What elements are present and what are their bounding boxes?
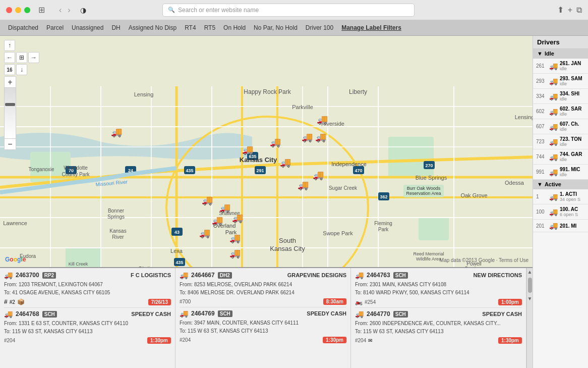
pan-down-button[interactable]: ↓: [16, 64, 27, 75]
truck-marker-6[interactable]: 🚚: [315, 132, 326, 143]
truck-marker-12[interactable]: 🚚: [212, 215, 223, 226]
share-button[interactable]: ⬆: [557, 5, 564, 15]
svg-text:470: 470: [355, 168, 362, 173]
truck-marker-7[interactable]: 🚚: [280, 157, 291, 168]
tab-dispatched[interactable]: Dispatched: [6, 23, 40, 32]
truck-marker-10[interactable]: 🚚: [202, 195, 213, 206]
driver-item-1[interactable]: 1 🚚 1. ACTI 34 open S: [533, 189, 588, 204]
zoom-slider-thumb[interactable]: [5, 103, 15, 106]
pan-center-button[interactable]: ⊞: [16, 52, 27, 63]
pan-left-button[interactable]: ←: [4, 52, 15, 63]
truck-marker-4[interactable]: 🚚: [302, 132, 313, 143]
driver-item-607[interactable]: 607 🚚 607. Ch. idle: [533, 119, 588, 134]
svg-text:Odessa: Odessa: [505, 180, 524, 186]
svg-text:Springs: Springs: [107, 214, 125, 220]
close-button[interactable]: [6, 7, 12, 13]
panel-2b-company: SPEEDY CASH: [307, 310, 346, 317]
driver-201-truck-icon: 🚚: [549, 222, 558, 230]
tab-driver-100[interactable]: Driver 100: [304, 23, 335, 32]
active-section-header[interactable]: ▼ Active: [533, 180, 588, 189]
panels-scrollbar[interactable]: ▲ ▼: [526, 268, 533, 368]
truck-icon-p1: 🚚: [4, 271, 13, 279]
idle-section-header[interactable]: ▼ Idle: [533, 49, 588, 59]
map-svg: 70 24 435 635 291 470 362: [0, 36, 533, 267]
scroll-down-arrow[interactable]: ▼: [526, 295, 533, 302]
zoom-control: + −: [4, 76, 16, 150]
pan-up-button[interactable]: ↑: [4, 40, 15, 51]
driver-991-id: 991. MIC: [560, 167, 585, 172]
driver-item-602[interactable]: 602 🚚 602. SAR idle: [533, 104, 588, 119]
driver-723-info: 723. TON idle: [560, 136, 585, 147]
driver-item-261[interactable]: 261 🚚 261. JAN idle: [533, 59, 588, 74]
panel-3-id: 2464763: [367, 272, 390, 279]
google-branding: Google: [5, 256, 26, 263]
panel-2-order: #700: [180, 299, 191, 304]
back-button[interactable]: ‹: [57, 5, 64, 16]
panel-2b-id: 2464769: [191, 310, 215, 317]
truck-marker-14[interactable]: 🚚: [199, 228, 210, 239]
parcel-icon-p1: #: [4, 298, 8, 305]
browser-actions: ⬆ + ⧉: [557, 5, 582, 15]
truck-marker-5[interactable]: 🚚: [317, 114, 328, 125]
driver-item-293[interactable]: 293 🚚 293. SAM idle: [533, 74, 588, 89]
panel-3-company: NEW DIRECTIONS: [473, 272, 522, 278]
map-and-panels: 70 24 435 635 291 470 362: [0, 36, 533, 368]
truck-marker-11[interactable]: 🚚: [219, 202, 230, 214]
new-tab-button[interactable]: +: [568, 5, 572, 15]
driver-1-status: 34 open S: [560, 197, 585, 202]
scroll-up-arrow[interactable]: ▲: [526, 268, 533, 276]
tabs-button[interactable]: ⧉: [576, 5, 582, 15]
tab-no-par[interactable]: No Par, No Hold: [252, 23, 300, 32]
shield-icon[interactable]: ◑: [78, 5, 89, 16]
tab-unassigned[interactable]: Unassigned: [70, 23, 105, 32]
address-bar[interactable]: 🔍 Search or enter website name: [162, 4, 415, 17]
minimize-button[interactable]: [15, 7, 21, 13]
zoom-in-button[interactable]: +: [5, 77, 16, 88]
zoom-level-button[interactable]: 16: [4, 64, 15, 75]
driver-991-info: 991. MIC idle: [560, 167, 585, 177]
driver-item-723[interactable]: 723 🚚 723. TON idle: [533, 134, 588, 149]
truck-marker-2[interactable]: 🚚: [242, 144, 253, 155]
scroll-thumb[interactable]: [528, 278, 532, 293]
driver-item-201[interactable]: 201 🚚 201. MI: [533, 220, 588, 232]
tab-on-hold[interactable]: On Hold: [221, 23, 248, 32]
driver-602-truck-icon: 🚚: [549, 108, 558, 116]
panel-2b-tag: SCH: [218, 310, 232, 317]
zoom-out-button[interactable]: −: [5, 138, 16, 149]
tab-manage-filters[interactable]: Manage Label Filters: [339, 23, 403, 32]
driver-293-status: idle: [560, 81, 585, 86]
truck-marker-1[interactable]: 🚚: [111, 127, 122, 138]
tab-rt4[interactable]: RT4: [183, 23, 198, 32]
tab-dh[interactable]: DH: [109, 23, 122, 32]
driver-item-991[interactable]: 991 🚚 991. MIC idle: [533, 165, 588, 180]
pan-right-button[interactable]: →: [28, 52, 39, 63]
truck-marker-15[interactable]: 🚚: [229, 233, 241, 244]
truck-marker-16[interactable]: 🚚: [229, 248, 241, 259]
driver-item-334[interactable]: 334 🚚 334. SHI idle: [533, 89, 588, 104]
tab-assigned-no-disp[interactable]: Assigned No Disp: [127, 23, 179, 32]
driver-991-status: idle: [560, 172, 585, 177]
panel-1-tag: RP2: [42, 272, 56, 279]
forward-button[interactable]: ›: [66, 5, 72, 16]
sidebar-toggle-button[interactable]: ⊞: [35, 4, 48, 16]
driver-item-744[interactable]: 744 🚚 744. GAR idle: [533, 149, 588, 165]
truck-marker-17[interactable]: 🚚: [224, 266, 236, 267]
zoom-track[interactable]: [5, 88, 16, 138]
map-container[interactable]: 70 24 435 635 291 470 362: [0, 36, 533, 267]
driver-item-100[interactable]: 100 🚚 100. AC 6 open S: [533, 204, 588, 220]
svg-text:Kansas City: Kansas City: [270, 245, 305, 252]
driver-1-info: 1. ACTI 34 open S: [560, 191, 585, 202]
maximize-button[interactable]: [24, 7, 30, 13]
truck-marker-3[interactable]: 🚚: [270, 137, 281, 148]
tab-parcel[interactable]: Parcel: [44, 23, 66, 32]
dispatch-panel-1[interactable]: 🚚 2463700 RP2 F C LOGISTICS From: 1203 T…: [0, 268, 175, 368]
dispatch-panel-2[interactable]: 🚚 2464667 DH2 GRAPEVINE DESIGNS From: 82…: [175, 268, 351, 368]
tab-rt5[interactable]: RT5: [202, 23, 217, 32]
panel-2b-order: #204: [180, 337, 191, 343]
truck-marker-8[interactable]: 🚚: [298, 180, 309, 191]
panel-2-id: 2464667: [191, 272, 215, 279]
driver-100-truck-icon: 🚚: [549, 208, 558, 216]
dispatch-panel-3[interactable]: 🚚 2464763 SCH NEW DIRECTIONS From: 2301 …: [351, 268, 526, 368]
truck-marker-13[interactable]: 🚚: [232, 213, 243, 224]
truck-marker-9[interactable]: 🚚: [313, 170, 324, 181]
